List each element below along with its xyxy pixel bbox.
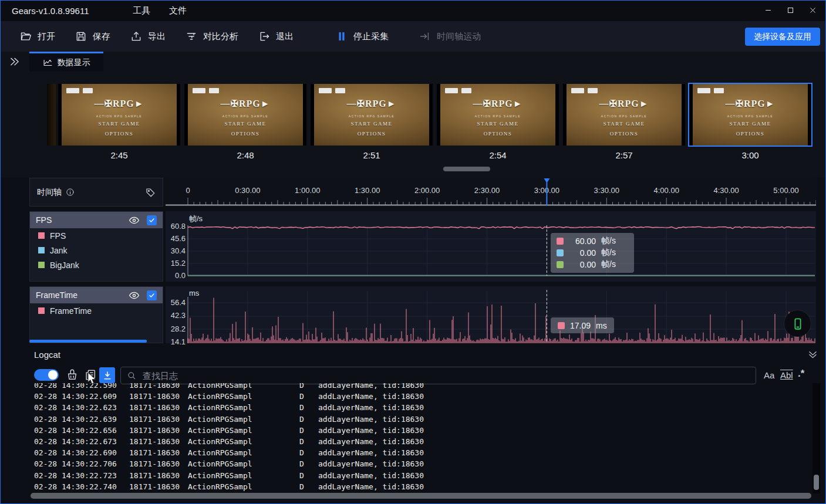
series-color-swatch (557, 261, 564, 268)
fps-chart[interactable]: 帧/s 60.845.630.415.20.0 60.00帧/s0.00帧/s0… (166, 211, 816, 282)
tag-icon[interactable] (145, 187, 156, 198)
thumb-badge (461, 88, 471, 93)
scrollbar-thumb[interactable] (814, 475, 819, 490)
open-button[interactable]: 打开 (20, 31, 55, 42)
tooltip-value: 0.00 (569, 260, 596, 269)
game-options-label: OPTIONS (62, 131, 177, 137)
frametime-chart[interactable]: ms 56.442.328.214.1 17.09ms (166, 286, 816, 343)
log-level: D (299, 436, 318, 447)
thumbnail[interactable]: ―✠RPG►ACTION RPG SAMPLESTART GAMEOPTIONS (58, 84, 180, 146)
info-icon[interactable] (66, 188, 75, 197)
compare-button[interactable]: 对比分析 (186, 31, 238, 42)
legend-item[interactable]: FPS (30, 228, 163, 243)
timeline-panel: 时间轴 (29, 178, 163, 207)
fps-panel-header: FPS (30, 212, 163, 228)
eye-icon[interactable] (129, 215, 140, 226)
game-subtitle: ACTION RPG SAMPLE (567, 114, 682, 118)
fps-tooltip: 60.00帧/s0.00帧/s0.00帧/s (551, 233, 634, 273)
thumbnail-time: 3:00 (689, 150, 811, 160)
tab-strip: 数据显示 (0, 52, 826, 72)
timeline-ruler[interactable]: 00:30.001:00.001:30.002:00.002:30.003:00… (166, 178, 816, 207)
save-button[interactable]: 保存 (75, 31, 110, 42)
y-tick-label: 0.0 (167, 271, 186, 280)
thumb-badge (714, 88, 724, 93)
match-word-button[interactable]: Abl (780, 370, 793, 380)
log-search-input[interactable] (141, 370, 750, 381)
select-device-button[interactable]: 选择设备及应用 (745, 28, 820, 46)
scrollbar-thumb[interactable] (31, 493, 811, 499)
log-level: D (299, 425, 318, 436)
thumbnail-scrollbar[interactable] (443, 167, 490, 171)
game-logo: ―✠RPG► (693, 98, 808, 109)
log-view[interactable]: 02-28 14:30:22.59018171-18630ActionRPGSa… (34, 383, 810, 493)
frametime-legend: FrameTime (30, 303, 163, 318)
thumbnail[interactable]: ―✠RPG►ACTION RPG SAMPLESTART GAMEOPTIONS (184, 84, 306, 146)
log-horizontal-scrollbar[interactable] (29, 493, 820, 499)
match-case-button[interactable]: Aa (764, 370, 774, 380)
regex-button[interactable]: .* (798, 368, 804, 380)
expand-sidebar-icon[interactable] (8, 56, 22, 68)
scroll-to-bottom-button[interactable] (99, 367, 115, 383)
legend-item[interactable]: Jank (30, 243, 163, 258)
fps-panel-title: FPS (36, 215, 52, 225)
stop-capture-button[interactable]: 停止采集 (336, 31, 389, 42)
game-frame: ―✠RPG►ACTION RPG SAMPLESTART GAMEOPTIONS (188, 84, 303, 146)
log-pid: 18171-18630 (129, 402, 188, 413)
game-start-label: START GAME (188, 121, 303, 127)
collapse-logcat-icon[interactable] (807, 349, 819, 360)
export-button[interactable]: 导出 (130, 31, 166, 42)
series-color-swatch (558, 322, 565, 329)
open-label: 打开 (38, 31, 55, 42)
minimize-icon (764, 6, 773, 15)
thumb-badge (209, 88, 219, 93)
eye-icon[interactable] (129, 290, 140, 301)
legend-item[interactable]: BigJank (30, 258, 163, 272)
tooltip-unit: 帧/s (601, 259, 616, 270)
y-tick-label: 15.2 (167, 259, 186, 268)
device-screen-fab[interactable] (784, 310, 811, 337)
game-subtitle: ACTION RPG SAMPLE (188, 114, 303, 118)
logcat-toggle[interactable] (34, 369, 59, 381)
minimize-button[interactable] (757, 0, 779, 20)
log-level: D (299, 481, 318, 492)
fps-checkbox[interactable] (147, 215, 157, 225)
log-tag: ActionRPGSampl (188, 447, 299, 458)
exit-label: 退出 (276, 31, 294, 42)
legend-item[interactable]: FrameTime (30, 303, 163, 318)
menu-tools[interactable]: 工具 (133, 5, 150, 16)
log-message: addLayerName, tid:18630 (318, 383, 810, 391)
game-logo: ―✠RPG► (567, 98, 682, 109)
thumbnail[interactable]: ―✠RPG►ACTION RPG SAMPLESTART GAMEOPTIONS (563, 84, 685, 146)
title-bar: Gears-v1.0.8.99611 工具 文件 (0, 0, 826, 21)
log-search-box (120, 367, 756, 384)
tab-data-display[interactable]: 数据显示 (29, 52, 103, 72)
menu-file[interactable]: 文件 (169, 5, 187, 16)
panel-scrollbar[interactable] (29, 340, 147, 343)
game-frame: ―✠RPG►ACTION RPG SAMPLESTART GAMEOPTIONS (314, 84, 429, 146)
thumbnail[interactable]: ―✠RPG►ACTION RPG SAMPLESTART GAMEOPTIONS (311, 84, 433, 146)
log-vertical-scrollbar[interactable] (812, 383, 820, 493)
log-row: 02-28 14:30:22.74018171-18630ActionRPGSa… (34, 481, 810, 492)
log-tag: ActionRPGSampl (188, 391, 299, 402)
search-icon (127, 371, 136, 380)
game-options-label: OPTIONS (314, 131, 429, 137)
log-level: D (299, 458, 318, 469)
ruler-tick-label: 2:30.00 (474, 186, 500, 195)
thumb-badge (66, 88, 79, 93)
game-frame: ―✠RPG►ACTION RPG SAMPLESTART GAMEOPTIONS (440, 84, 555, 146)
game-options-label: OPTIONS (440, 131, 555, 137)
frametime-checkbox[interactable] (147, 290, 157, 300)
thumb-badge (193, 88, 205, 93)
thumbnail-strip: ―✠RPG►ACTION RPG SAMPLESTART GAMEOPTIONS… (0, 72, 826, 178)
close-button[interactable] (801, 0, 824, 20)
playhead[interactable] (544, 178, 549, 183)
clear-logs-icon[interactable] (66, 368, 79, 381)
thumbnail[interactable]: ―✠RPG►ACTION RPG SAMPLESTART GAMEOPTIONS (689, 84, 811, 146)
thumbnail-partial[interactable] (47, 84, 56, 146)
toolbar: 打开保存导出对比分析退出 停止采集 时间轴运动 选择设备及应用 (0, 21, 826, 52)
log-time: 02-28 14:30:22.609 (34, 391, 129, 402)
exit-button[interactable]: 退出 (258, 31, 294, 42)
thumbnail[interactable]: ―✠RPG►ACTION RPG SAMPLESTART GAMEOPTIONS (437, 84, 559, 146)
maximize-button[interactable] (779, 0, 801, 20)
copy-logs-icon[interactable] (84, 368, 97, 381)
